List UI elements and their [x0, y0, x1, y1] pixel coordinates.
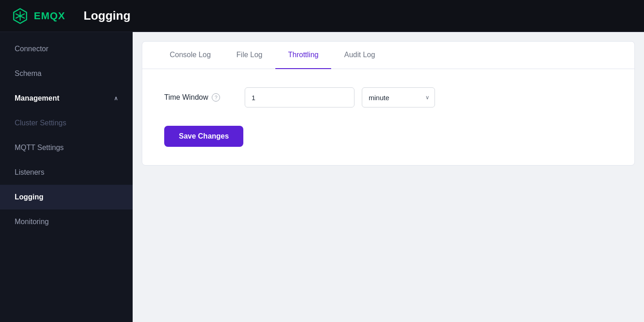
sidebar-item-cluster-settings: Cluster Settings [0, 111, 133, 135]
sidebar-item-connector[interactable]: Connector [0, 37, 133, 61]
sidebar-item-management[interactable]: Management ∧ [0, 86, 133, 111]
main-content: Console Log File Log Throttling Audit Lo… [133, 32, 644, 322]
sidebar-item-schema[interactable]: Schema [0, 61, 133, 86]
page-title: Logging [84, 9, 131, 23]
content-card: Console Log File Log Throttling Audit Lo… [142, 41, 635, 166]
time-window-row: Time Window ? minute second hour ∨ [164, 87, 612, 107]
time-window-unit-wrapper: minute second hour ∨ [362, 87, 435, 107]
tab-audit-log[interactable]: Audit Log [331, 42, 388, 69]
tab-throttling[interactable]: Throttling [275, 42, 332, 69]
sidebar-item-logging[interactable]: Logging [0, 185, 133, 209]
header: EMQX Logging [0, 0, 644, 32]
sidebar-item-listeners[interactable]: Listeners [0, 160, 133, 185]
sidebar-management-label: Management [15, 94, 59, 102]
main-layout: Connector Schema Management ∧ Cluster Se… [0, 32, 644, 322]
tab-content-throttling: Time Window ? minute second hour ∨ Sa [142, 69, 634, 165]
tab-console-log[interactable]: Console Log [157, 42, 224, 69]
time-window-unit-select[interactable]: minute second hour [362, 87, 435, 107]
app-name: EMQX [34, 10, 65, 22]
chevron-up-icon: ∧ [114, 95, 118, 102]
save-changes-button[interactable]: Save Changes [164, 126, 243, 147]
sidebar-item-mqtt-settings[interactable]: MQTT Settings [0, 135, 133, 160]
time-window-input[interactable] [245, 87, 354, 107]
time-window-help-icon[interactable]: ? [212, 93, 220, 102]
sidebar: Connector Schema Management ∧ Cluster Se… [0, 32, 133, 322]
tabs-bar: Console Log File Log Throttling Audit Lo… [142, 42, 634, 69]
emqx-logo-icon [11, 7, 29, 25]
logo: EMQX [11, 7, 65, 25]
time-window-label: Time Window ? [164, 93, 237, 102]
tab-file-log[interactable]: File Log [224, 42, 275, 69]
sidebar-item-monitoring[interactable]: Monitoring [0, 209, 133, 234]
